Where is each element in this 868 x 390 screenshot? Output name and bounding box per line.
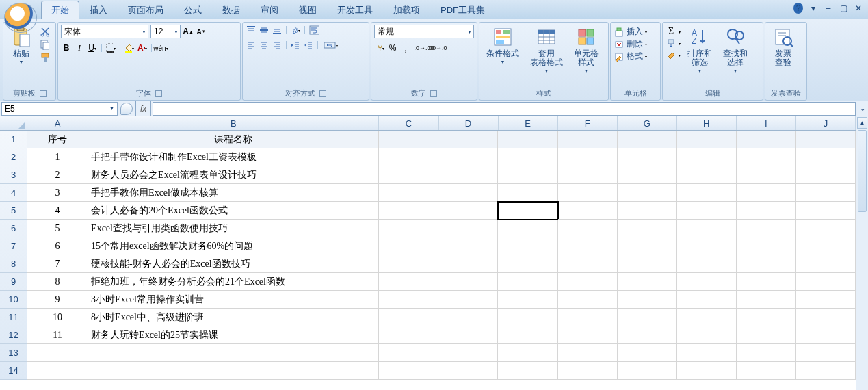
cell-E9[interactable] <box>498 273 557 291</box>
column-header-J[interactable]: J <box>796 116 856 130</box>
decrease-decimal-icon[interactable]: .00→.0 <box>432 42 443 53</box>
scroll-up-icon[interactable]: ▲ <box>857 117 867 129</box>
cell-H13[interactable] <box>677 344 737 362</box>
cell-E6[interactable] <box>498 220 557 237</box>
cell-G10[interactable] <box>618 291 677 309</box>
cell-D8[interactable] <box>438 255 498 273</box>
cell-C10[interactable] <box>379 291 438 309</box>
cell-C9[interactable] <box>379 273 438 291</box>
cell-H3[interactable] <box>677 166 737 184</box>
cell-E10[interactable] <box>498 291 557 309</box>
phonetic-icon[interactable]: wén▾ <box>155 42 166 53</box>
tab-4[interactable]: 数据 <box>212 1 250 19</box>
cell-I6[interactable] <box>737 220 796 237</box>
cell-J5[interactable] <box>796 202 856 220</box>
cell-F13[interactable] <box>558 344 618 362</box>
column-header-B[interactable]: B <box>88 116 379 130</box>
cell-E11[interactable] <box>498 309 557 326</box>
select-all-corner[interactable] <box>0 116 27 131</box>
cell-A14[interactable] <box>27 362 88 380</box>
insert-cells-button[interactable]: 插入▾ <box>614 26 647 38</box>
wrap-text-icon[interactable] <box>308 25 319 36</box>
cell-A1[interactable]: 序号 <box>27 131 88 148</box>
cell-B10[interactable]: 3小时Excel常用操作实训营 <box>88 291 379 309</box>
number-format-combo[interactable]: 常规▼ <box>374 25 474 38</box>
row-header-7[interactable]: 7 <box>0 237 27 255</box>
row-header-14[interactable]: 14 <box>0 362 27 380</box>
align-left-icon[interactable] <box>246 40 257 51</box>
cell-B11[interactable]: 8小时Excel中、高级进阶班 <box>88 309 379 326</box>
cell-C8[interactable] <box>379 255 438 273</box>
percent-icon[interactable]: % <box>387 42 398 53</box>
cell-E14[interactable] <box>498 362 557 380</box>
cell-J9[interactable] <box>796 273 856 291</box>
tab-3[interactable]: 公式 <box>174 1 212 19</box>
cell-H10[interactable] <box>677 291 737 309</box>
row-header-10[interactable]: 10 <box>0 291 27 309</box>
cell-F14[interactable] <box>558 362 618 380</box>
cell-D10[interactable] <box>438 291 498 309</box>
cell-J14[interactable] <box>796 362 856 380</box>
increase-font-icon[interactable]: A▲ <box>183 26 194 37</box>
cell-H6[interactable] <box>677 220 737 237</box>
cell-B13[interactable] <box>88 344 379 362</box>
cell-D13[interactable] <box>438 344 498 362</box>
cell-J7[interactable] <box>796 237 856 255</box>
cell-C3[interactable] <box>379 166 438 184</box>
cell-I1[interactable] <box>737 131 796 148</box>
cell-I14[interactable] <box>737 362 796 380</box>
cell-J10[interactable] <box>796 291 856 309</box>
cell-E13[interactable] <box>498 344 557 362</box>
row-header-6[interactable]: 6 <box>0 220 27 237</box>
cell-F1[interactable] <box>558 131 618 148</box>
dialog-launcher-icon[interactable] <box>319 90 326 97</box>
underline-icon[interactable]: U▾ <box>87 42 98 53</box>
tab-2[interactable]: 页面布局 <box>118 1 174 19</box>
cell-B14[interactable] <box>88 362 379 380</box>
cell-A7[interactable]: 6 <box>27 237 88 255</box>
align-bottom-icon[interactable] <box>272 25 282 36</box>
align-middle-icon[interactable] <box>259 25 269 36</box>
cell-G13[interactable] <box>618 344 677 362</box>
cell-F7[interactable] <box>558 237 618 255</box>
cell-F2[interactable] <box>558 148 618 166</box>
cell-B1[interactable]: 课程名称 <box>88 131 379 148</box>
cell-G7[interactable] <box>618 237 677 255</box>
cell-H2[interactable] <box>677 148 737 166</box>
office-button[interactable] <box>4 3 37 33</box>
cell-F5[interactable] <box>558 202 618 220</box>
column-header-H[interactable]: H <box>677 116 737 130</box>
orientation-icon[interactable]: ab▾ <box>290 25 301 36</box>
cell-J6[interactable] <box>796 220 856 237</box>
cell-C2[interactable] <box>379 148 438 166</box>
cell-H7[interactable] <box>677 237 737 255</box>
cell-E8[interactable] <box>498 255 557 273</box>
italic-icon[interactable]: I <box>74 42 85 53</box>
cell-B6[interactable]: Excel查找与引用类函数使用技巧 <box>88 220 379 237</box>
cell-B5[interactable]: 会计人必备的20个Excel函数公式 <box>88 202 379 220</box>
cell-F3[interactable] <box>558 166 618 184</box>
cell-J13[interactable] <box>796 344 856 362</box>
cell-C14[interactable] <box>379 362 438 380</box>
cell-B9[interactable]: 拒绝加班，年终财务分析必会的21个Excel函数 <box>88 273 379 291</box>
cell-G4[interactable] <box>618 184 677 202</box>
cell-D6[interactable] <box>438 220 498 237</box>
column-header-F[interactable]: F <box>558 116 618 130</box>
minimize-ribbon-icon[interactable]: ▾ <box>808 3 819 14</box>
find-select-button[interactable]: 查找和 选择 ▼ <box>719 25 752 75</box>
column-header-I[interactable]: I <box>737 116 796 130</box>
copy-icon[interactable] <box>39 39 50 50</box>
row-header-5[interactable]: 5 <box>0 202 27 220</box>
bold-icon[interactable]: B <box>61 42 72 53</box>
cell-E2[interactable] <box>498 148 557 166</box>
cell-A4[interactable]: 3 <box>27 184 88 202</box>
align-center-icon[interactable] <box>259 40 269 51</box>
cell-D12[interactable] <box>438 326 498 344</box>
autosum-button[interactable]: Σ▾ <box>666 26 681 37</box>
cell-A5[interactable]: 4 <box>27 202 88 220</box>
column-header-G[interactable]: G <box>618 116 677 130</box>
cell-J2[interactable] <box>796 148 856 166</box>
cell-B4[interactable]: 手把手教你用Excel做成本核算 <box>88 184 379 202</box>
tab-1[interactable]: 插入 <box>79 1 118 19</box>
cell-grid[interactable]: 序号课程名称1手把手带你设计和制作Excel工资表模板2财务人员必会之Excel… <box>27 131 856 380</box>
